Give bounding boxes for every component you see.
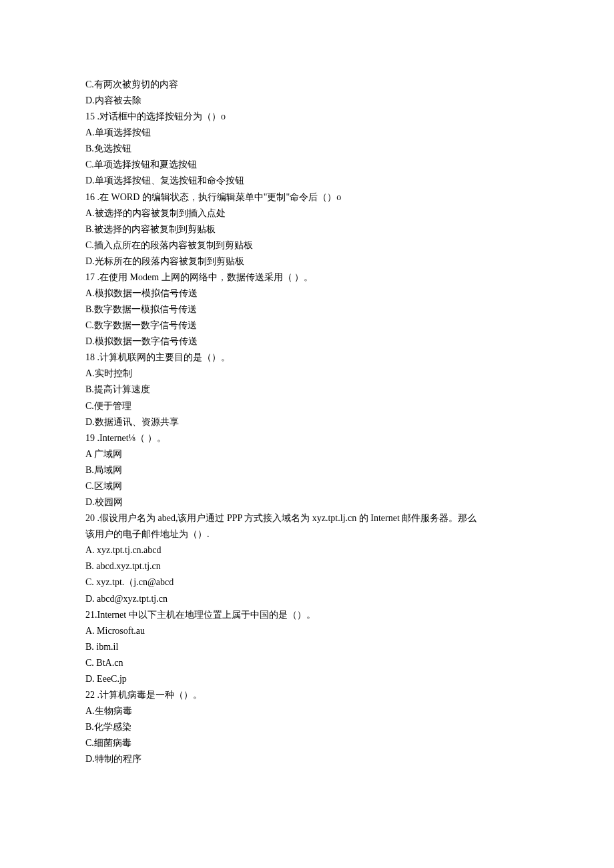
text-line: 15 .对话框中的选择按钮分为（）o xyxy=(85,109,614,125)
text-line: D.光标所在的段落内容被复制到剪贴板 xyxy=(85,254,614,270)
text-line: A. xyz.tpt.tj.cn.abcd xyxy=(85,542,614,558)
text-line: C.便于管理 xyxy=(85,398,614,414)
text-line: C.有两次被剪切的内容 xyxy=(85,77,614,93)
text-line: A.生物病毒 xyxy=(85,703,614,719)
text-line: D.单项选择按钮、复选按钮和命令按钮 xyxy=(85,173,614,189)
text-line: 22 .计算机病毒是一种（）。 xyxy=(85,687,614,703)
text-line: A.模拟数据一模拟信号传送 xyxy=(85,286,614,302)
text-line: D.数据通讯、资源共享 xyxy=(85,414,614,430)
text-line: D. abcd@xyz.tpt.tj.cn xyxy=(85,591,614,607)
text-line: C.插入点所在的段落内容被复制到剪贴板 xyxy=(85,238,614,254)
text-line: 17 .在使用 Modem 上网的网络中，数据传送采用（ ）。 xyxy=(85,270,614,286)
text-line: C. BtA.cn xyxy=(85,655,614,671)
text-line: D.内容被去除 xyxy=(85,93,614,109)
text-line: 20 .假设用户名为 abed,该用户通过 PPP 方式接入域名为 xyz.tp… xyxy=(85,510,614,526)
text-line: B.被选择的内容被复制到剪贴板 xyxy=(85,222,614,238)
text-line: B.提高计算速度 xyxy=(85,382,614,398)
text-line: B.数字数据一模拟信号传送 xyxy=(85,302,614,318)
text-line: 16 .在 WORD 的编辑状态，执行编辑菜单中"更制"命令后（）o xyxy=(85,189,614,205)
text-line: D.模拟数据一数字信号传送 xyxy=(85,334,614,350)
text-line: 21.Internet 中以下主机在地理位置上属于中国的是（）。 xyxy=(85,607,614,623)
text-line: 该用户的电子邮件地址为（）. xyxy=(85,526,614,542)
text-line: C. xyz.tpt.（j.cn@abcd xyxy=(85,574,614,590)
text-line: A.被选择的内容被复制到插入点处 xyxy=(85,205,614,222)
text-line: D.特制的程序 xyxy=(85,751,614,767)
text-line: A.实时控制 xyxy=(85,366,614,382)
text-line: 18 .计算机联网的主要目的是（）。 xyxy=(85,350,614,366)
text-line: C.细菌病毒 xyxy=(85,735,614,751)
text-line: 19 .Internet⅛（ ）。 xyxy=(85,430,614,446)
text-line: A.单项选择按钮 xyxy=(85,125,614,141)
text-line: B. abcd.xyz.tpt.tj.cn xyxy=(85,558,614,574)
text-line: C.区域网 xyxy=(85,478,614,494)
text-line: A 广域网 xyxy=(85,446,614,462)
text-line: B.局域网 xyxy=(85,462,614,478)
document-body: C.有两次被剪切的内容 D.内容被去除 15 .对话框中的选择按钮分为（）o A… xyxy=(85,77,614,767)
text-line: D.校园网 xyxy=(85,494,614,510)
text-line: B. ibm.il xyxy=(85,639,614,655)
text-line: D. EeeC.jp xyxy=(85,671,614,687)
text-line: A. Microsoft.au xyxy=(85,623,614,639)
text-line: B.化学感染 xyxy=(85,719,614,735)
text-line: B.免选按钮 xyxy=(85,141,614,157)
text-line: C.单项选择按钮和夏选按钮 xyxy=(85,157,614,173)
text-line: C.数字数据一数字信号传送 xyxy=(85,318,614,334)
